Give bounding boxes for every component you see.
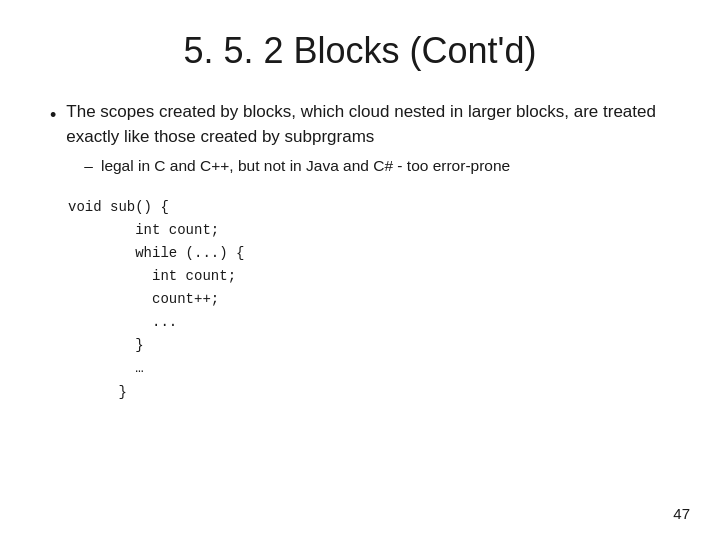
code-line-7: } [68,334,670,357]
slide-title: 5. 5. 2 Blocks (Cont'd) [50,30,670,72]
code-line-2: int count; [68,219,670,242]
code-line-5: count++; [68,288,670,311]
code-line-8: … [68,357,670,380]
code-line-1: void sub() { [68,196,670,219]
sub-text: legal in C and C++, but not in Java and … [101,155,510,177]
bullet-list: • The scopes created by blocks, which cl… [50,100,670,178]
bullet-text: The scopes created by blocks, which clou… [66,100,670,178]
page-number: 47 [673,505,690,522]
slide: 5. 5. 2 Blocks (Cont'd) • The scopes cre… [0,0,720,540]
sub-dash: – [84,155,93,177]
code-line-9: } [68,381,670,404]
sub-item: – legal in C and C++, but not in Java an… [84,155,670,177]
sub-list: – legal in C and C++, but not in Java an… [84,155,670,177]
code-line-3: while (...) { [68,242,670,265]
code-block: void sub() { int count; while (...) { in… [68,196,670,404]
bullet-dot: • [50,102,56,128]
code-line-6: ... [68,311,670,334]
code-line-4: int count; [68,265,670,288]
bullet-item: • The scopes created by blocks, which cl… [50,100,670,178]
